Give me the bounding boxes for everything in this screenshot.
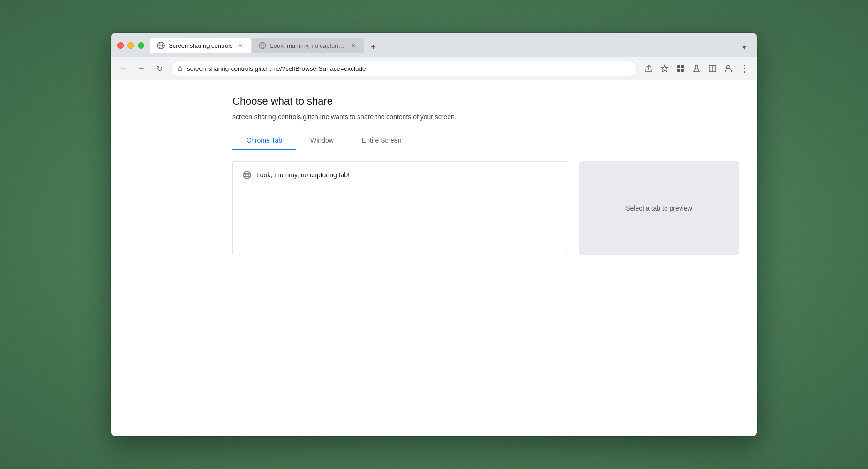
lock-icon: [177, 65, 183, 72]
dialog-title: Choose what to share: [232, 95, 739, 107]
tab-title-screen-sharing: Screen sharing controls: [169, 42, 233, 49]
tab-list: Look, mummy, no capturing tab!: [232, 161, 568, 255]
new-tab-button[interactable]: +: [367, 40, 380, 53]
globe-icon: [157, 41, 165, 50]
svg-rect-15: [681, 69, 684, 72]
tab-capturing[interactable]: Look, mummy, no capturing ta ✕: [252, 38, 364, 53]
tab-content-area: Look, mummy, no capturing tab! Select a …: [232, 161, 739, 255]
share-button[interactable]: [642, 62, 655, 75]
svg-marker-11: [661, 65, 668, 72]
dialog-area: Choose what to share screen-sharing-cont…: [214, 80, 757, 436]
close-button[interactable]: [117, 42, 124, 49]
tabs-row: Screen sharing controls ✕ Look, mummy, n…: [150, 38, 751, 53]
traffic-lights: [117, 42, 144, 49]
tab-close-capturing[interactable]: ✕: [350, 42, 358, 49]
preview-panel: Select a tab to preview: [579, 161, 739, 255]
svg-rect-13: [681, 65, 684, 68]
toolbar: ← → ↻ screen-sharing-controls.glitch.me/…: [111, 57, 757, 80]
share-tabs-nav: Chrome Tab Window Entire Screen: [232, 132, 739, 150]
browser-window: Screen sharing controls ✕ Look, mummy, n…: [111, 33, 757, 436]
title-bar: Screen sharing controls ✕ Look, mummy, n…: [111, 33, 757, 57]
reload-button[interactable]: ↻: [153, 62, 166, 75]
globe-icon-list: [242, 170, 252, 180]
minimize-button[interactable]: [127, 42, 134, 49]
menu-button[interactable]: ⋮: [738, 62, 751, 75]
tab-close-screen-sharing[interactable]: ✕: [237, 42, 244, 49]
profile-button[interactable]: [722, 62, 735, 75]
svg-rect-12: [677, 65, 680, 68]
tab-list-item-title: Look, mummy, no capturing tab!: [256, 171, 350, 179]
preview-placeholder: Select a tab to preview: [626, 204, 692, 212]
list-item[interactable]: Look, mummy, no capturing tab!: [237, 166, 564, 184]
svg-rect-10: [178, 68, 182, 71]
toolbar-actions: ⋮: [642, 62, 751, 75]
tab-screen-sharing[interactable]: Screen sharing controls ✕: [150, 38, 251, 53]
profile-icon: [724, 64, 733, 73]
tab-chrome-tab[interactable]: Chrome Tab: [232, 132, 296, 150]
lab-button[interactable]: [690, 62, 703, 75]
svg-rect-14: [677, 69, 680, 72]
address-bar[interactable]: screen-sharing-controls.glitch.me/?selfB…: [171, 61, 637, 76]
maximize-button[interactable]: [138, 42, 144, 49]
split-button[interactable]: [706, 62, 719, 75]
tab-entire-screen[interactable]: Entire Screen: [348, 132, 416, 150]
url-text: screen-sharing-controls.glitch.me/?selfB…: [187, 65, 631, 72]
tab-window[interactable]: Window: [296, 132, 348, 150]
star-icon: [660, 64, 669, 73]
extensions-icon: [676, 64, 685, 73]
split-icon: [708, 64, 717, 73]
back-button[interactable]: ←: [117, 62, 130, 75]
forward-button[interactable]: →: [135, 62, 148, 75]
bookmark-button[interactable]: [658, 62, 671, 75]
globe-icon-2: [258, 41, 267, 50]
extensions-button[interactable]: [674, 62, 687, 75]
tab-title-capturing: Look, mummy, no capturing ta: [270, 42, 346, 49]
lab-icon: [692, 64, 701, 73]
dialog-subtitle: screen-sharing-controls.glitch.me wants …: [232, 113, 739, 121]
sidebar-spacer: [111, 80, 214, 436]
page-content: Choose what to share screen-sharing-cont…: [111, 80, 757, 436]
tab-dropdown-button[interactable]: ▾: [738, 40, 751, 53]
share-icon: [644, 64, 653, 73]
